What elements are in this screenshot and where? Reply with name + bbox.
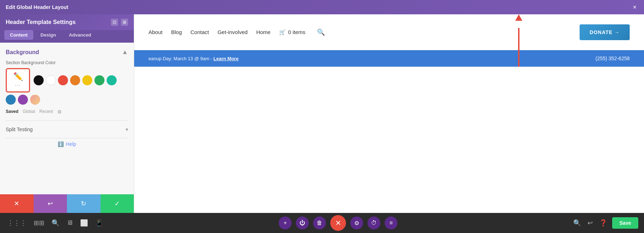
color-swatch-teal[interactable] <box>107 75 117 85</box>
footer-redo-button[interactable]: ↻ <box>67 194 101 213</box>
nav-link-home[interactable]: Home <box>256 29 270 35</box>
color-swatch-orange[interactable] <box>70 75 80 85</box>
cart-area[interactable]: 🛒 0 items <box>279 29 305 35</box>
blue-bar-text: eanup Day: March 13 @ 9am - Learn More <box>148 56 239 61</box>
preview-content <box>134 67 644 213</box>
background-section-header: Background ▲ <box>6 48 128 56</box>
help-row[interactable]: ℹ️ Help <box>6 141 128 147</box>
color-swatch-black[interactable] <box>34 75 44 85</box>
top-bar-close-button[interactable]: × <box>631 4 638 11</box>
color-swatch-green[interactable] <box>94 75 104 85</box>
split-testing-chevron-icon[interactable]: ▾ <box>126 127 128 132</box>
color-tab-gear-icon[interactable]: ⚙ <box>57 109 62 115</box>
color-swatch-red[interactable] <box>58 75 68 85</box>
tab-advanced[interactable]: Advanced <box>63 30 97 40</box>
blue-bar-learn-more[interactable]: Learn More <box>214 56 239 61</box>
cart-icon: 🛒 <box>279 29 286 35</box>
help-label: Help <box>66 141 76 147</box>
footer-close-icon: ✕ <box>14 200 19 208</box>
panel-title: Header Template Settings <box>6 19 75 25</box>
color-tab-global[interactable]: Global <box>23 109 35 115</box>
help-circle-icon: ℹ️ <box>58 141 64 147</box>
eyedropper-icon: ✏️ <box>13 72 23 81</box>
footer-undo-icon: ↩ <box>48 200 53 208</box>
color-swatch-white[interactable] <box>46 75 56 85</box>
nav-link-get-involved[interactable]: Get-involved <box>218 29 248 35</box>
footer-redo-icon: ↻ <box>81 200 86 208</box>
panel-content: Background ▲ Section Background Color ✏️… <box>0 43 134 194</box>
footer-undo-button[interactable]: ↩ <box>34 194 67 213</box>
search-icon[interactable]: 🔍 <box>317 28 325 36</box>
footer-save-button[interactable]: ✓ <box>101 194 134 213</box>
left-panel: Header Template Settings ⊡ ⊞ Content Des… <box>0 14 134 213</box>
split-testing-row[interactable]: Split Testing ▾ <box>6 124 128 135</box>
color-swatch-yellow[interactable] <box>82 75 92 85</box>
panel-expand-icon[interactable]: ⊞ <box>121 19 128 26</box>
footer-close-button[interactable]: ✕ <box>0 194 34 213</box>
tab-design[interactable]: Design <box>35 30 62 40</box>
cart-count: 0 items <box>288 29 305 35</box>
tab-content[interactable]: Content <box>4 30 33 40</box>
blue-bar: eanup Day: March 13 @ 9am - Learn More (… <box>134 50 644 67</box>
nav-link-blog[interactable]: Blog <box>171 29 182 35</box>
nav-links: About Blog Contact Get-involved Home 🛒 0… <box>148 28 325 36</box>
background-section-title: Background <box>6 49 39 56</box>
preview-area: About Blog Contact Get-involved Home 🛒 0… <box>134 14 644 213</box>
main-layout: Header Template Settings ⊡ ⊞ Content Des… <box>0 14 644 213</box>
top-bar-title: Edit Global Header Layout <box>6 4 68 10</box>
top-bar: Edit Global Header Layout × <box>0 0 644 14</box>
panel-footer: ✕ ↩ ↻ ✓ <box>0 194 134 213</box>
panel-tabs: Content Design Advanced <box>0 30 134 43</box>
split-testing-label: Split Testing <box>6 127 33 132</box>
panel-minimize-icon[interactable]: ⊡ <box>111 19 118 26</box>
blue-bar-message: eanup Day: March 13 @ 9am - <box>148 56 214 61</box>
color-tab-saved[interactable]: Saved <box>6 109 18 115</box>
color-row: ✏️ ··· <box>6 68 128 105</box>
color-tabs: Saved Global Recent ⚙ <box>6 109 128 115</box>
header-preview: About Blog Contact Get-involved Home 🛒 0… <box>134 14 644 50</box>
background-collapse-icon[interactable]: ▲ <box>122 48 128 56</box>
color-tab-recent[interactable]: Recent <box>39 109 53 115</box>
color-swatch-gradient[interactable] <box>30 95 40 105</box>
color-swatch-blue[interactable] <box>6 95 16 105</box>
panel-header-icons: ⊡ ⊞ <box>111 19 128 26</box>
eyedropper-swatch[interactable]: ✏️ ··· <box>6 68 30 92</box>
color-swatch-purple[interactable] <box>18 95 28 105</box>
footer-save-icon: ✓ <box>114 200 120 208</box>
panel-header: Header Template Settings ⊡ ⊞ <box>0 14 134 30</box>
divider-2 <box>6 138 128 138</box>
blue-bar-phone: (255) 352-6258 <box>595 56 630 61</box>
divider <box>6 120 128 121</box>
nav-link-contact[interactable]: Contact <box>190 29 209 35</box>
eyedropper-dots: ··· <box>15 82 21 89</box>
nav-link-about[interactable]: About <box>148 29 162 35</box>
donate-button[interactable]: DONATE → <box>580 24 630 40</box>
color-subsection-label: Section Background Color <box>6 60 128 65</box>
